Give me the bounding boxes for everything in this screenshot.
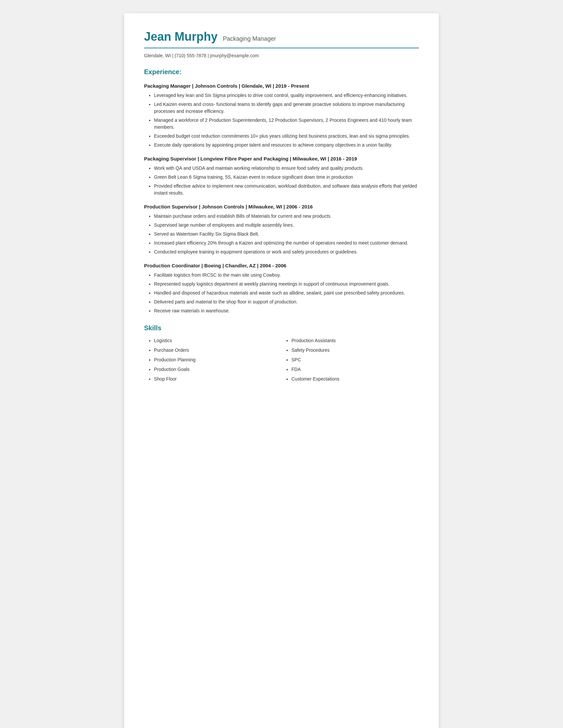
bullet-item: Represented supply logistics department … [154, 281, 419, 288]
job-entry-2: Packaging Supervisor | Longview Fibre Pa… [144, 156, 419, 197]
bullet-item: Execute daily operations by appointing p… [154, 142, 419, 149]
skill-item: Production Planning [154, 356, 282, 363]
bullet-item: Managed a workforce of 2 Production Supe… [154, 117, 419, 131]
skills-columns: Logistics Purchase Orders Production Pla… [144, 337, 419, 386]
header-divider [144, 48, 419, 48]
bullet-item: Green Belt Lean 6 Sigma training, 5S, Ka… [154, 174, 419, 181]
bullet-item: Handled and disposed of hazardous materi… [154, 290, 419, 296]
bullet-item: Facilitate logistics from IRCSC to the m… [154, 272, 419, 279]
experience-section-title: Experience: [144, 68, 419, 76]
header-section: Jean Murphy Packaging Manager Glendale, … [144, 30, 419, 58]
skill-item: FDA [292, 366, 419, 373]
skills-section: Skills Logistics Purchase Orders Product… [144, 324, 419, 386]
job-entry-1: Packaging Manager | Johnson Controls | G… [144, 83, 419, 149]
bullet-item: Led Kaizen events and cross- functional … [154, 101, 419, 115]
bullet-item: Maintain purchase orders and establish B… [154, 213, 419, 220]
skills-col-2: Production Assistants Safety Procedures … [282, 337, 419, 386]
contact-info: Glendale, WI | (710) 555-7878 | jmurphy@… [144, 53, 419, 58]
bullet-item: Delivered parts and material to the shop… [154, 298, 419, 305]
experience-section: Experience: Packaging Manager | Johnson … [144, 68, 419, 314]
resume-container: Jean Murphy Packaging Manager Glendale, … [124, 13, 439, 728]
job-entry-4: Production Coordinator | Boeing | Chandl… [144, 263, 419, 314]
name-title-row: Jean Murphy Packaging Manager [144, 30, 419, 44]
skill-item: Safety Procedures [292, 347, 419, 354]
job-bullets-4: Facilitate logistics from IRCSC to the m… [144, 272, 419, 314]
bullet-item: Increased plant efficiency 20% through a… [154, 240, 419, 247]
job-heading-3: Production Supervisor | Johnson Controls… [144, 204, 419, 209]
bullet-item: Conducted employee training in equipment… [154, 249, 419, 255]
bullet-item: Served as Watertown Facility Six Sigma B… [154, 231, 419, 238]
job-heading-1: Packaging Manager | Johnson Controls | G… [144, 83, 419, 89]
job-entry-3: Production Supervisor | Johnson Controls… [144, 204, 419, 255]
skill-item: Customer Expectations [292, 376, 419, 383]
skill-item: Production Goals [154, 366, 282, 373]
bullet-item: Leveraged key lean and Six Sigma princip… [154, 92, 419, 99]
job-bullets-3: Maintain purchase orders and establish B… [144, 213, 419, 255]
candidate-title: Packaging Manager [223, 35, 276, 42]
skills-list-1: Logistics Purchase Orders Production Pla… [144, 337, 282, 383]
bullet-item: Work with QA and USDA and maintain worki… [154, 165, 419, 172]
bullet-item: Receive raw materials in warehouse. [154, 307, 419, 314]
skill-item: SPC [292, 356, 419, 363]
bullet-item: Supervised large number of employees and… [154, 222, 419, 229]
skill-item: Purchase Orders [154, 347, 282, 354]
job-heading-2: Packaging Supervisor | Longview Fibre Pa… [144, 156, 419, 161]
candidate-name: Jean Murphy [144, 30, 217, 44]
skill-item: Shop Floor [154, 376, 282, 383]
skills-list-2: Production Assistants Safety Procedures … [282, 337, 419, 383]
skills-section-title: Skills [144, 324, 419, 332]
job-heading-4: Production Coordinator | Boeing | Chandl… [144, 263, 419, 268]
skill-item: Logistics [154, 337, 282, 344]
job-bullets-1: Leveraged key lean and Six Sigma princip… [144, 92, 419, 149]
bullet-item: Exceeded budget cost reduction commitmen… [154, 133, 419, 140]
bullet-item: Provided effective advice to implement n… [154, 183, 419, 197]
skills-col-1: Logistics Purchase Orders Production Pla… [144, 337, 282, 386]
job-bullets-2: Work with QA and USDA and maintain worki… [144, 165, 419, 197]
skill-item: Production Assistants [292, 337, 419, 344]
